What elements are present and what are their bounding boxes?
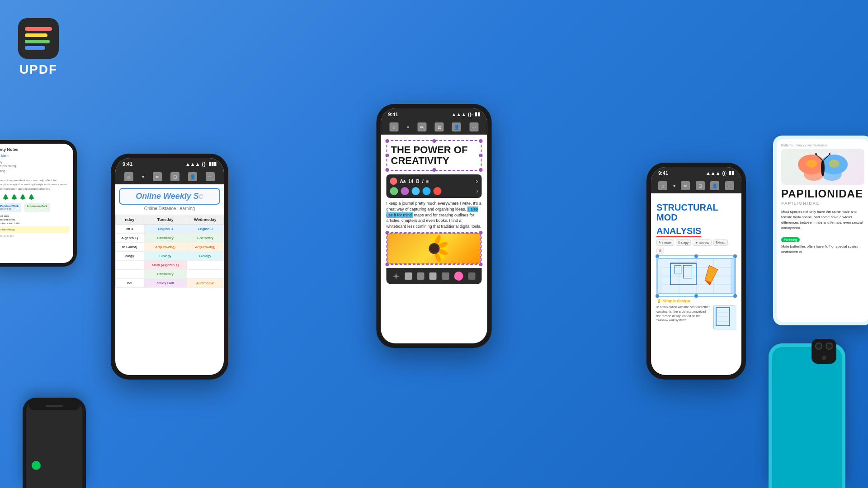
schedule-title-cut: c (199, 192, 203, 201)
chevron-right-icon[interactable]: › (476, 177, 478, 185)
pencil-icon[interactable]: ✏ (681, 181, 690, 190)
menu-icon[interactable]: ⋯ (206, 172, 215, 181)
more-btn[interactable]: ≡ (426, 179, 429, 184)
dropdown-icon[interactable]: ▾ (142, 174, 144, 179)
cell-4-3: Biology (187, 252, 223, 261)
rotate-label: Rotate (662, 241, 672, 244)
font-size[interactable]: 14 (408, 179, 413, 184)
dark-phone-bar (45, 405, 63, 407)
bp-handle-tl[interactable] (656, 254, 659, 258)
rotate-btn[interactable]: ↻ Rotate (656, 239, 674, 246)
svg-point-9 (430, 244, 438, 253)
marker-icon[interactable] (405, 272, 412, 280)
far-left-links: #3 Parkland Walk Jackson Hill Arboretum … (0, 203, 70, 212)
color-circle[interactable] (454, 272, 463, 281)
home-icon[interactable]: ⌂ (658, 181, 667, 190)
handle-br[interactable] (479, 168, 483, 172)
bp-handle-tr[interactable] (733, 254, 737, 258)
dark-phone-notch (29, 401, 80, 410)
handle-tl[interactable] (386, 139, 389, 143)
right-time: 9:41 (658, 170, 668, 176)
color-picker-icon[interactable] (390, 178, 397, 185)
color-purple[interactable] (401, 187, 409, 195)
pen-icon[interactable] (392, 272, 400, 280)
svg-point-38 (806, 160, 817, 168)
right-toolbar: ⌂ ▾ ✏ ⊡ 👤 ⋯ (651, 178, 741, 193)
rotate-icon: ↻ (659, 241, 661, 244)
person-icon[interactable]: 👤 (710, 181, 719, 190)
body-text: I keep a journal pretty much everywhere … (387, 201, 482, 229)
lamp-icon: 💡 (656, 299, 661, 303)
handle-tr[interactable] (479, 139, 483, 143)
color-green[interactable] (390, 187, 398, 195)
cell-1-3: English 3 (187, 225, 223, 234)
cell-2-2: Chemistry (144, 234, 187, 243)
bp-handle-bm[interactable] (694, 294, 698, 298)
signal-icon: ▲▲▲ (451, 112, 466, 117)
wave-3 (25, 40, 50, 43)
left-status-icons: ▲▲▲ ((· ▮▮▮ (185, 161, 217, 167)
handle-ml[interactable] (386, 154, 389, 157)
copy-btn[interactable]: ⧉ Copy (676, 239, 691, 246)
updf-icon[interactable] (18, 18, 59, 59)
lasso-icon[interactable] (468, 272, 476, 280)
review-btn[interactable]: 👁 Review (693, 239, 712, 246)
edit-icon[interactable]: ✏ (153, 172, 162, 181)
col-wednesday: Wednesday (187, 215, 223, 225)
svg-rect-24 (714, 305, 736, 330)
bold-btn[interactable]: B (416, 179, 419, 184)
schedule-table: nday Tuesday Wednesday ch 3 English 3 En… (115, 215, 224, 288)
delete-btn[interactable]: 🗑 (656, 248, 664, 253)
tool5-icon[interactable] (442, 272, 449, 280)
structural-title: STRUCTURAL MOD (656, 202, 736, 222)
pencil-icon[interactable]: ✏ (417, 122, 426, 131)
eraser-icon[interactable] (429, 272, 437, 280)
color-red[interactable] (434, 187, 442, 195)
svg-point-30 (804, 168, 824, 181)
share-icon[interactable]: ⊡ (435, 122, 444, 131)
dots-icon[interactable]: ⋯ (725, 181, 734, 190)
svg-point-39 (829, 160, 840, 168)
home-icon[interactable]: ⌂ (390, 122, 399, 131)
cell-5-2: Math (Algebra 1) (144, 261, 187, 270)
home-icon[interactable]: ⌂ (124, 172, 133, 181)
person-icon[interactable]: 👤 (452, 122, 461, 131)
table-row: nal Study Skill Automotive (116, 279, 224, 288)
person-icon[interactable]: 👤 (188, 172, 197, 181)
review-label: Review (699, 241, 709, 244)
image-toolbar-row: ↻ Rotate ⧉ Copy 👁 Review Extract 🗑 (656, 239, 736, 253)
arrow-right-icon[interactable]: › (476, 188, 478, 194)
far-left-screen: Safety Notes This Math Hiking mountain b… (0, 144, 73, 263)
far-left-icons: 🌸 🌲 🌲 🌲 🌲 (0, 194, 70, 200)
formatting-toolbar: Aa 14 B I ≡ › › (387, 174, 482, 198)
dropdown-icon[interactable]: ▾ (673, 183, 675, 188)
wave-1 (25, 27, 52, 31)
share-icon[interactable]: ⊡ (170, 172, 179, 181)
bp-handle-bl[interactable] (656, 294, 659, 298)
far-left-body: This Math Hiking mountain biking climbin… (0, 154, 70, 191)
signal-icon: ▲▲▲ (185, 161, 200, 167)
bp-handle-tm[interactable] (694, 254, 698, 258)
tablet-screen: Butterfly primary color illustration (777, 139, 868, 322)
share-icon[interactable]: ⊡ (696, 181, 705, 190)
handle-tm[interactable] (432, 139, 436, 143)
table-row: Algebra 1) Chemistry Chemistry (116, 234, 224, 243)
bp-handle-br[interactable] (733, 294, 737, 298)
dots-icon[interactable]: ⋯ (469, 122, 478, 131)
dropdown-icon[interactable]: ▾ (407, 125, 409, 130)
color-lightblue[interactable] (423, 187, 431, 195)
color-blue[interactable] (412, 187, 420, 195)
handle-mr[interactable] (479, 154, 483, 157)
cell-4-2: Biology (144, 252, 187, 261)
small-blueprint (713, 305, 736, 330)
structural-mod: STRUCTURAL MOD (656, 202, 718, 222)
handle-bl[interactable] (386, 168, 389, 172)
tablet-right: Butterfly primary color illustration (773, 136, 868, 325)
wifi-icon: ((· (722, 170, 727, 176)
handle-bm[interactable] (432, 168, 436, 172)
cell-6-2: Chemistry (144, 270, 187, 279)
italic-btn[interactable]: I (422, 179, 424, 184)
copy-icon: ⧉ (678, 241, 680, 244)
extract-btn[interactable]: Extract (713, 239, 728, 246)
highlighter-icon[interactable] (417, 272, 425, 280)
